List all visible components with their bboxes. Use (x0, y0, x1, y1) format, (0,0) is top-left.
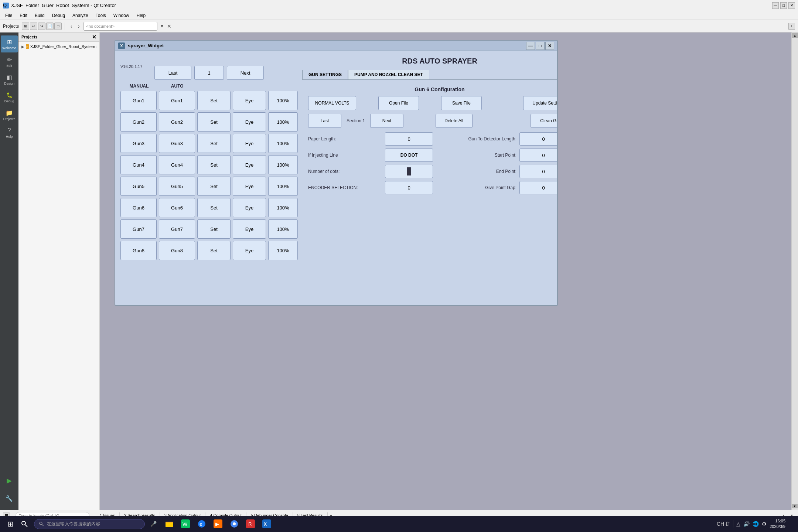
sprayer-maximize-btn[interactable]: □ (536, 42, 545, 50)
close-button[interactable]: ✕ (788, 2, 795, 9)
gun4-eye-btn[interactable]: Eye (233, 155, 266, 174)
taskbar-chrome-btn[interactable] (227, 516, 242, 531)
gun1-auto-btn[interactable]: Gun1 (159, 91, 195, 110)
gun3-manual-btn[interactable]: Gun3 (120, 134, 157, 153)
gun3-set-btn[interactable]: Set (197, 134, 231, 153)
gun1-set-btn[interactable]: Set (197, 91, 231, 110)
menu-file[interactable]: File (1, 12, 16, 19)
gun5-set-btn[interactable]: Set (197, 177, 231, 196)
sidebar-item-design[interactable]: ◧ Design (1, 71, 18, 88)
gun7-eye-btn[interactable]: Eye (233, 219, 266, 239)
toolbar-btn-2[interactable]: ↩ (30, 23, 37, 30)
win-start-button[interactable]: ⊞ (3, 516, 18, 531)
gun4-pct-btn[interactable]: 100% (268, 155, 298, 174)
delete-all-btn[interactable]: Delete All (436, 114, 473, 128)
sidebar-build-button[interactable]: 🔧 (1, 490, 18, 507)
gun5-pct-btn[interactable]: 100% (268, 177, 298, 196)
toolbar-btn-1[interactable]: ⊞ (22, 23, 29, 30)
gun4-manual-btn[interactable]: Gun4 (120, 155, 157, 174)
cortana-mic-icon[interactable]: 🎤 (148, 518, 159, 529)
gun3-auto-btn[interactable]: Gun3 (159, 134, 195, 153)
gun8-manual-btn[interactable]: Gun8 (120, 241, 157, 260)
menu-window[interactable]: Window (110, 12, 133, 19)
nav-back-button[interactable]: ‹ (68, 23, 75, 30)
maximize-button[interactable]: □ (780, 2, 787, 9)
sprayer-close-btn[interactable]: ✕ (545, 42, 554, 50)
minimize-button[interactable]: — (772, 2, 779, 9)
scroll-down-arrow[interactable]: ▼ (792, 504, 798, 508)
gun4-set-btn[interactable]: Set (197, 155, 231, 174)
menu-tools[interactable]: Tools (92, 12, 110, 19)
sidebar-item-welcome[interactable]: ⊞ Welcome (1, 35, 18, 52)
projects-panel-close[interactable]: ✕ (92, 34, 96, 40)
systray-ch-btn[interactable]: CH (717, 521, 724, 527)
gun5-auto-btn[interactable]: Gun5 (159, 177, 195, 196)
gun1-pct-btn[interactable]: 100% (268, 91, 298, 110)
toolbar-btn-5[interactable]: □ (54, 23, 62, 30)
taskbar-ie-btn[interactable]: e (194, 516, 209, 531)
panel-toggle-right[interactable]: + (788, 23, 795, 30)
clean-gun-btn[interactable]: Clean Gun (531, 114, 557, 128)
sidebar-item-help[interactable]: ? Help (1, 124, 18, 141)
toolbar-btn-4[interactable]: 📄 (46, 23, 54, 30)
show-desktop-btn[interactable] (788, 517, 795, 531)
next-button[interactable]: Next (227, 66, 264, 80)
menu-edit[interactable]: Edit (16, 12, 31, 19)
right-scrollbar[interactable]: ▲ ▼ (791, 33, 798, 510)
start-point-input[interactable]: 0 (519, 149, 557, 162)
config-next-btn[interactable]: Next (370, 114, 403, 128)
sidebar-item-edit[interactable]: ✏ Edit (1, 53, 18, 70)
open-file-btn[interactable]: Open File (378, 96, 419, 110)
gun2-set-btn[interactable]: Set (197, 112, 231, 132)
do-dot-btn[interactable]: DO DOT (385, 149, 433, 162)
win-search-box[interactable]: 在这里输入你要搜索的内容 (34, 519, 145, 529)
end-point-input[interactable]: 0 (519, 165, 557, 178)
menu-debug[interactable]: Debug (48, 12, 69, 19)
normal-volts-btn[interactable]: NORMAL VOLTS (308, 96, 356, 110)
gun8-auto-btn[interactable]: Gun8 (159, 241, 195, 260)
num-dots-input[interactable] (385, 165, 433, 178)
encoder-input[interactable]: 0 (385, 181, 433, 194)
menu-analyze[interactable]: Analyze (69, 12, 92, 19)
gun1-manual-btn[interactable]: Gun1 (120, 91, 157, 110)
gun6-set-btn[interactable]: Set (197, 198, 231, 217)
tree-item-project[interactable]: ▶ P XJSF_Folder_Gluer_Robot_Systerm (20, 43, 98, 50)
nav-forward-button[interactable]: › (75, 23, 82, 30)
gun2-auto-btn[interactable]: Gun2 (159, 112, 195, 132)
systray-input-btn[interactable]: 拼 (726, 521, 730, 527)
gun3-pct-btn[interactable]: 100% (268, 134, 298, 153)
gun2-pct-btn[interactable]: 100% (268, 112, 298, 132)
gun7-set-btn[interactable]: Set (197, 219, 231, 239)
taskbar-xjsf-btn[interactable]: X (259, 516, 274, 531)
gun8-set-btn[interactable]: Set (197, 241, 231, 260)
taskbar-app4-btn[interactable]: ▶ (211, 516, 225, 531)
win-search-icon[interactable] (18, 517, 31, 531)
gun2-manual-btn[interactable]: Gun2 (120, 112, 157, 132)
update-setting-btn[interactable]: Update Setting (523, 96, 557, 110)
save-file-btn[interactable]: Save File (441, 96, 482, 110)
gun6-pct-btn[interactable]: 100% (268, 198, 298, 217)
gun1-eye-btn[interactable]: Eye (233, 91, 266, 110)
gun3-eye-btn[interactable]: Eye (233, 134, 266, 153)
give-point-gap-input[interactable]: 0 (519, 181, 557, 194)
gun5-manual-btn[interactable]: Gun5 (120, 177, 157, 196)
toolbar-btn-3[interactable]: ↪ (38, 23, 45, 30)
sidebar-run-button[interactable]: ▶ (1, 472, 18, 489)
gun6-manual-btn[interactable]: Gun6 (120, 198, 157, 217)
tab-pump-nozzel[interactable]: PUMP AND NOZZEL CLEAN SET (348, 70, 429, 79)
document-selector[interactable]: <no document> (83, 22, 157, 31)
taskbar-explorer-btn[interactable] (162, 516, 177, 531)
scroll-up-arrow[interactable]: ▲ (792, 33, 798, 38)
last-button[interactable]: Last (154, 66, 191, 80)
gun8-eye-btn[interactable]: Eye (233, 241, 266, 260)
gun4-auto-btn[interactable]: Gun4 (159, 155, 195, 174)
dropdown-icon[interactable]: ▼ (159, 23, 165, 29)
close-doc-button[interactable]: ✕ (166, 23, 172, 29)
sidebar-item-projects[interactable]: 📁 Projects (1, 106, 18, 123)
config-last-btn[interactable]: Last (308, 114, 341, 128)
gun8-pct-btn[interactable]: 100% (268, 241, 298, 260)
tab-gun-settings[interactable]: GUN SETTINGS (302, 70, 348, 79)
sprayer-minimize-btn[interactable]: — (526, 42, 535, 50)
paper-length-input[interactable]: 0 (385, 132, 433, 146)
gun7-manual-btn[interactable]: Gun7 (120, 219, 157, 239)
